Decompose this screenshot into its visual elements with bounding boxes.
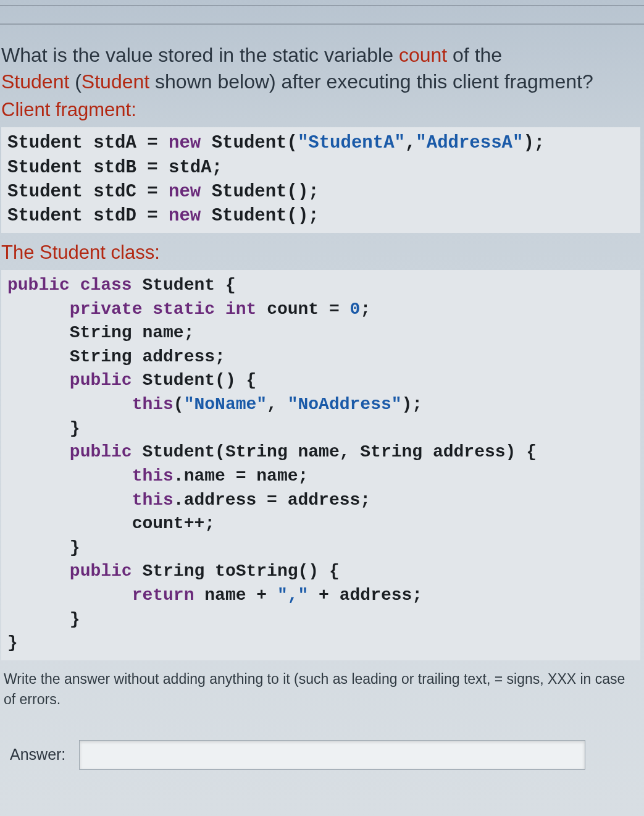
question-highlight-student: Student [82,70,149,93]
code-text: name + [194,586,277,605]
question-part: ( [69,70,82,93]
code-text: Student { [132,276,236,295]
code-text [70,276,80,295]
code-keyword: public [70,371,132,390]
code-text: ); [523,133,545,153]
code-text [7,300,70,319]
class-code-block: public class Student { private static in… [1,270,640,660]
code-text: ; [360,300,370,319]
answer-row: Answer: [1,740,640,770]
question-text: What is the value stored in the static v… [1,42,640,95]
code-text: Student( [201,133,298,153]
code-text [7,490,132,510]
divider-line [0,5,644,6]
question-highlight-student: Student [1,70,69,93]
code-keyword: public [70,562,132,581]
divider-line [0,23,644,25]
code-text: String address; [7,347,225,366]
code-text [7,442,70,461]
code-keyword: public [70,442,132,461]
code-text [7,395,132,414]
code-keyword: public [7,276,70,295]
code-text: Student stdA = [7,133,169,153]
code-text: String name; [7,323,194,342]
code-text: Student stdD = [7,206,169,226]
code-keyword: new [169,206,201,226]
code-text: Student(); [201,182,319,202]
code-keyword: private [70,300,143,319]
code-string: "AddressA" [416,133,523,153]
code-text: .address = address; [174,490,370,510]
code-text: ( [174,395,184,414]
code-text: count++; [7,514,215,533]
question-part: of the [447,44,502,66]
code-text [7,371,70,390]
code-text: ); [402,395,423,414]
code-text: Student stdB = stdA; [7,158,222,178]
code-text: , [267,395,288,414]
code-text: } [7,610,80,629]
code-text [142,300,153,319]
code-number: 0 [350,300,361,319]
code-text [215,300,225,319]
question-part: What is the value stored in the static v… [1,44,399,66]
code-text: Student stdC = [7,182,169,202]
answer-instructions: Write the answer without adding anything… [4,669,638,710]
code-string: "NoAddress" [288,395,402,414]
code-text [7,466,132,486]
code-text [7,586,132,605]
code-text [7,562,70,581]
code-keyword: return [132,586,194,605]
client-code-block: Student stdA = new Student("StudentA","A… [1,127,640,233]
answer-label: Answer: [10,746,65,763]
code-text: Student() { [132,371,257,390]
code-keyword: static [153,300,215,319]
question-highlight-count: count [399,44,447,66]
code-text: } [7,538,80,557]
code-keyword: new [169,133,201,153]
code-keyword: class [80,276,132,295]
header-divider-area [0,0,644,25]
code-text: } [7,633,18,652]
client-fragment-label: Client fragment: [1,99,640,121]
code-keyword: this [132,466,174,486]
code-text: String toString() { [132,562,340,581]
code-text: Student(String name, String address) { [132,442,537,461]
code-string: "NoName" [184,395,267,414]
code-text: .name = name; [174,466,308,486]
student-class-label: The Student class: [1,242,640,264]
question-content: What is the value stored in the static v… [0,42,644,770]
code-keyword: this [132,490,174,510]
code-keyword: new [169,182,201,202]
code-keyword: int [225,300,256,319]
code-text: , [405,133,416,153]
code-keyword: this [132,395,174,414]
code-text: } [7,419,80,438]
answer-input[interactable] [79,740,585,770]
code-string: "StudentA" [298,133,405,153]
question-part: shown below) after executing this client… [149,70,593,93]
code-text: + address; [308,586,422,605]
code-string: "," [277,586,308,605]
code-text: count = [256,300,349,319]
code-text: Student(); [201,206,319,226]
